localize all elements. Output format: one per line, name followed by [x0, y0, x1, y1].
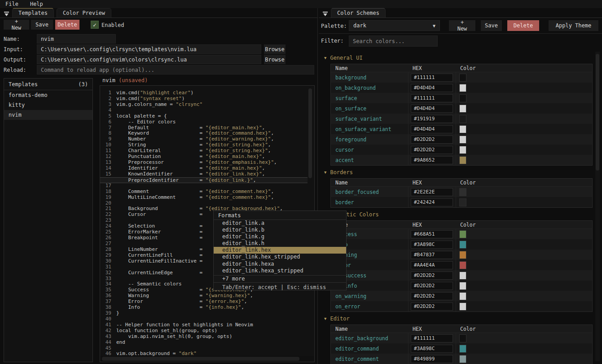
- color-row[interactable]: on_surface#D4D4D4: [331, 103, 592, 114]
- palette-dropdown[interactable]: dark ▼: [349, 20, 440, 31]
- popup-item[interactable]: editor_link.g: [214, 233, 346, 240]
- hex-value-field[interactable]: #111111: [411, 94, 453, 102]
- template-list-item[interactable]: kitty: [4, 100, 92, 110]
- hex-value-field[interactable]: #D4D4D4: [411, 105, 453, 113]
- popup-item[interactable]: editor_link.h: [214, 240, 346, 247]
- template-list-item[interactable]: formats-demo: [4, 90, 92, 100]
- code-line[interactable]: 4: [100, 108, 314, 114]
- hex-value-field[interactable]: #2E2E2E: [411, 188, 453, 196]
- color-swatch[interactable]: [459, 105, 466, 113]
- code-line-current[interactable]: PreprocIdentifier = "{editor_link.}",: [100, 177, 308, 183]
- template-list-item[interactable]: nvim: [4, 110, 92, 120]
- code-line[interactable]: 5local palette = {: [100, 114, 314, 119]
- color-swatch[interactable]: [459, 198, 466, 206]
- popup-item[interactable]: editor_link.hex_stripped: [214, 254, 346, 260]
- popup-item[interactable]: editor_link.b: [214, 227, 346, 233]
- collapse-panel-icon[interactable]: [322, 10, 328, 16]
- output-browse-button[interactable]: Browse: [264, 55, 286, 64]
- hex-value-field[interactable]: #D2D2D2: [411, 136, 453, 144]
- color-swatch[interactable]: [459, 125, 466, 133]
- hex-value-field[interactable]: #242424: [411, 198, 453, 206]
- right-scrollbar[interactable]: [596, 54, 599, 171]
- hex-value-field[interactable]: #191919: [411, 115, 453, 123]
- editor-horizontal-scrollbar[interactable]: [102, 357, 299, 361]
- hex-value-field[interactable]: #D2D2D2: [411, 146, 453, 154]
- popup-item[interactable]: editor_link.a: [214, 220, 346, 227]
- code-line[interactable]: 40: [100, 316, 314, 322]
- color-swatch[interactable]: [459, 230, 466, 238]
- delete-palette-button[interactable]: Delete: [507, 20, 539, 31]
- color-row[interactable]: success#668A51: [331, 229, 592, 239]
- collapse-panel-icon[interactable]: [4, 10, 9, 16]
- color-swatch[interactable]: [459, 334, 466, 342]
- hex-value-field[interactable]: #668A51: [411, 230, 453, 238]
- color-row[interactable]: error#AA4E4A: [331, 260, 592, 270]
- hex-value-field[interactable]: #9A8652: [411, 156, 453, 164]
- color-row[interactable]: on_surface_variant#D4D4D4: [331, 124, 592, 134]
- output-path-field[interactable]: [37, 55, 261, 64]
- color-row[interactable]: accent#9A8652: [331, 155, 592, 165]
- color-row[interactable]: editor_background#111111: [331, 333, 592, 343]
- popup-more-item[interactable]: +7 more: [214, 275, 346, 282]
- hex-value-field[interactable]: #111111: [411, 334, 453, 342]
- color-row[interactable]: editor_comment#849899: [331, 354, 592, 364]
- color-swatch[interactable]: [459, 303, 466, 311]
- enabled-checkbox[interactable]: ✓: [91, 21, 99, 29]
- editor-vertical-scrollbar[interactable]: [308, 88, 312, 178]
- color-swatch[interactable]: [459, 345, 466, 353]
- section-header-editor[interactable]: ▼Editor: [324, 316, 596, 322]
- color-swatch[interactable]: [459, 261, 466, 269]
- section-header-semantic-colors[interactable]: ▼Semantic Colors: [324, 211, 596, 218]
- popup-item[interactable]: editor_link.hexa_stripped: [214, 268, 346, 274]
- save-palette-button[interactable]: Save: [481, 20, 502, 31]
- name-input[interactable]: [37, 34, 116, 44]
- color-row[interactable]: on_info#D2D2D2: [331, 281, 592, 291]
- menu-item-help[interactable]: Help: [30, 1, 43, 7]
- color-row[interactable]: surface#111111: [331, 93, 592, 103]
- new-palette-button[interactable]: + New: [449, 20, 475, 31]
- input-browse-button[interactable]: Browse: [264, 44, 286, 54]
- hex-value-field[interactable]: #B47837: [411, 251, 453, 259]
- color-row[interactable]: warning#B47837: [331, 250, 592, 260]
- color-filter-input[interactable]: [349, 35, 438, 47]
- color-row[interactable]: on_background#D4D4D4: [331, 83, 592, 93]
- code-line[interactable]: 38 Info = "{info.hex}",: [100, 305, 314, 311]
- code-line[interactable]: 1vim.cmd("highlight clear"): [100, 90, 314, 96]
- code-line[interactable]: 19 MultiLineComment = "{editor_comment.h…: [100, 195, 314, 201]
- color-swatch[interactable]: [459, 292, 466, 300]
- hex-value-field[interactable]: #3A898C: [411, 345, 453, 353]
- input-path-field[interactable]: [37, 44, 261, 54]
- hex-value-field[interactable]: #D2D2D2: [411, 292, 453, 300]
- color-swatch[interactable]: [459, 251, 466, 259]
- color-row[interactable]: background#111111: [331, 72, 592, 83]
- new-template-button[interactable]: + New: [4, 20, 29, 30]
- tab-templates[interactable]: Templates: [12, 8, 54, 18]
- popup-item-selected[interactable]: editor_link.hex: [214, 247, 346, 254]
- color-row[interactable]: border#242424: [331, 197, 592, 207]
- code-line[interactable]: 3vim.g.colors_name = "clrsync": [100, 102, 314, 108]
- section-header-borders[interactable]: ▼Borders: [324, 169, 596, 175]
- code-line[interactable]: 43 vim.api.nvim_set_hl(0, group, opts): [100, 334, 314, 340]
- color-swatch[interactable]: [459, 94, 466, 102]
- hex-value-field[interactable]: #D4D4D4: [411, 84, 453, 92]
- color-swatch[interactable]: [459, 115, 466, 123]
- hex-value-field[interactable]: #D2D2D2: [411, 272, 453, 280]
- hex-value-field[interactable]: #D2D2D2: [411, 303, 453, 311]
- tab-color-preview[interactable]: Color Preview: [57, 8, 111, 18]
- code-line[interactable]: 39}: [100, 311, 314, 316]
- menu-item-file[interactable]: File: [5, 1, 18, 7]
- color-row[interactable]: surface_variant#191919: [331, 114, 592, 124]
- color-row[interactable]: on_warning#D2D2D2: [331, 291, 592, 301]
- hex-value-field[interactable]: #111111: [411, 74, 453, 82]
- color-swatch[interactable]: [459, 156, 466, 164]
- color-row[interactable]: border_focused#2E2E2E: [331, 187, 592, 197]
- hex-value-field[interactable]: #849899: [411, 355, 453, 363]
- color-swatch[interactable]: [459, 272, 466, 280]
- color-row[interactable]: info#3A898C: [331, 239, 592, 250]
- color-row[interactable]: cursor#D2D2D2: [331, 145, 592, 155]
- color-swatch[interactable]: [459, 146, 466, 154]
- save-template-button[interactable]: Save: [31, 20, 53, 30]
- code-line[interactable]: 41-- Helper function to set highlights i…: [100, 322, 314, 328]
- section-header-general-ui[interactable]: ▼General UI: [324, 55, 596, 61]
- color-row[interactable]: editor_command#3A898C: [331, 343, 592, 354]
